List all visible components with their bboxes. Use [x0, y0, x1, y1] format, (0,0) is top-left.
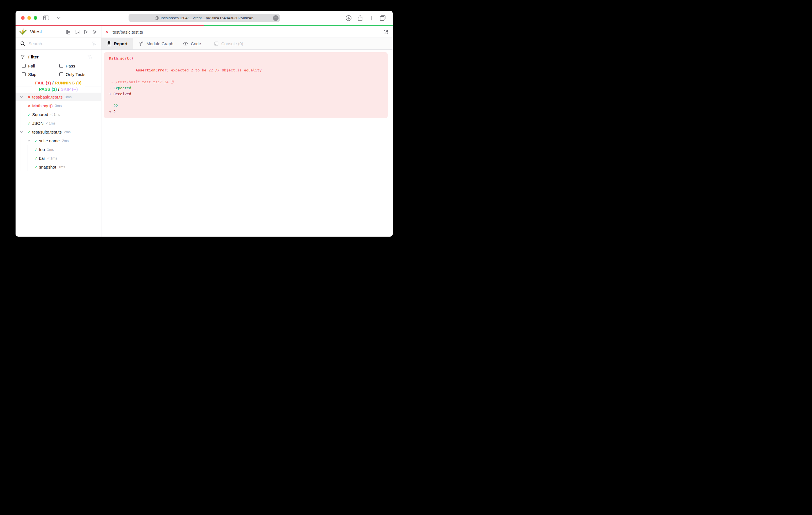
only-tests-checkbox[interactable]: [59, 72, 63, 76]
sidebar-toggle-icon[interactable]: [43, 16, 49, 20]
clear-filter-icon[interactable]: [87, 55, 97, 59]
tree-row-math-sqrt[interactable]: ✕ Math.sqrt() 3ms: [16, 101, 101, 110]
filter-option-only-tests[interactable]: Only Tests: [59, 70, 101, 79]
external-link-icon[interactable]: [170, 80, 174, 84]
skip-checkbox-label: Skip: [28, 72, 36, 77]
test-tree: ✕ test/basic.test.ts 3ms ✕ Math.sqrt() 3…: [16, 93, 101, 171]
downloads-button[interactable]: [346, 15, 352, 21]
diff-received-label: + Received: [109, 91, 382, 97]
clear-search-filter-icon[interactable]: [92, 41, 97, 46]
view-tabs: Report Module Graph Code: [102, 38, 393, 50]
module-graph-icon: [139, 41, 144, 46]
browser-window: localhost:51204/__vitest__/#/?file=16484…: [16, 11, 393, 237]
tree-row-basic-test-file[interactable]: ✕ test/basic.test.ts 3ms: [16, 93, 101, 101]
collapse-tree-button[interactable]: [66, 29, 71, 34]
close-window-button[interactable]: [21, 16, 25, 20]
duration-badge: 3ms: [55, 104, 62, 108]
filter-option-pass[interactable]: Pass: [59, 62, 101, 70]
console-icon: [214, 41, 219, 46]
main-pane: ✕ test/basic.test.ts Report: [102, 26, 393, 237]
tab-group-chevron-icon[interactable]: [57, 17, 60, 19]
duration-badge: < 1ms: [46, 121, 55, 125]
traffic-lights: [21, 16, 37, 20]
fail-x-icon: ✕: [27, 103, 31, 108]
filter-title: Filter: [28, 55, 39, 59]
globe-icon: [155, 16, 159, 20]
summary-fail-count: FAIL (1): [35, 81, 51, 85]
fail-x-icon: ✕: [27, 95, 31, 99]
duration-badge: < 1ms: [48, 156, 57, 160]
pass-checkbox-label: Pass: [66, 63, 75, 68]
fail-checkbox[interactable]: [22, 64, 26, 68]
filter-funnel-icon: [20, 55, 25, 59]
chevron-down-icon[interactable]: [19, 96, 24, 98]
tree-row-json[interactable]: ✓ JSON < 1ms: [16, 119, 101, 128]
indent-guide: [21, 119, 21, 128]
duration-badge: < 1ms: [51, 113, 60, 117]
run-all-button[interactable]: [83, 29, 88, 34]
test-run-summary: FAIL (1) / RUNNING (0) PASS (1) / SKIP (…: [16, 80, 101, 92]
filter-option-fail[interactable]: Fail: [22, 62, 59, 70]
fail-checkbox-label: Fail: [28, 63, 35, 68]
summary-pass-count: PASS (1): [39, 87, 57, 91]
indent-guide: [27, 154, 27, 163]
search-input[interactable]: [29, 41, 92, 46]
url-text: localhost:51204/__vitest__/#/?file=16484…: [161, 16, 254, 20]
chevron-down-icon[interactable]: [19, 131, 24, 133]
zoom-window-button[interactable]: [34, 16, 37, 20]
pass-check-icon: ✓: [27, 112, 31, 117]
diff-received-value: + 2: [109, 109, 382, 115]
minimize-window-button[interactable]: [27, 16, 31, 20]
tab-console: Console (0): [209, 38, 248, 50]
tree-row-suite-test-file[interactable]: ✓ test/suite.test.ts 2ms: [16, 128, 101, 137]
indent-guide: [27, 163, 27, 171]
summary-skip-count: SKIP (--): [61, 87, 78, 91]
diff-expected-value: - 22: [109, 103, 382, 109]
indent-guide: [21, 101, 21, 110]
sidebar: Vitest: [16, 26, 102, 237]
indent-guide: [21, 163, 21, 171]
open-file-path: test/basic.test.ts: [113, 30, 143, 34]
duration-badge: 2ms: [64, 130, 70, 134]
share-button[interactable]: [357, 15, 363, 21]
tree-row-squared[interactable]: ✓ Squared < 1ms: [16, 110, 101, 119]
indent-guide: [21, 154, 21, 163]
page-settings-button[interactable]: [273, 15, 279, 21]
search-icon: [20, 41, 25, 46]
indent-guide: [21, 137, 21, 145]
browser-toolbar: localhost:51204/__vitest__/#/?file=16484…: [16, 11, 393, 25]
tab-code[interactable]: Code: [178, 38, 206, 50]
skip-checkbox[interactable]: [22, 72, 26, 76]
error-report-panel: Math.sqrt() AssertionError: expected 2 t…: [104, 52, 388, 118]
tree-row-suite-name[interactable]: ✓ suite name 2ms: [16, 137, 101, 145]
filter-options: Fail Pass Skip Only Tests: [16, 62, 101, 79]
duration-badge: 1ms: [47, 148, 54, 152]
pass-checkbox[interactable]: [59, 64, 63, 68]
open-in-editor-icon[interactable]: [383, 29, 388, 35]
stack-frame-link[interactable]: - /test/basic.test.ts:7:24: [111, 79, 169, 85]
pass-check-icon: ✓: [27, 121, 31, 126]
pass-check-icon: ✓: [34, 147, 38, 152]
error-name: AssertionError:: [136, 68, 169, 72]
pass-check-icon: ✓: [34, 156, 38, 161]
diff-expected-label: - Expected: [109, 85, 382, 91]
error-message: expected 2 to be 22 // Object.is equalit…: [169, 68, 262, 72]
address-bar[interactable]: localhost:51204/__vitest__/#/?file=16484…: [128, 14, 280, 22]
tree-row-foo[interactable]: ✓ foo 1ms: [16, 145, 101, 154]
tab-module-graph[interactable]: Module Graph: [134, 38, 178, 50]
indent-guide: [21, 145, 21, 154]
report-clipboard-icon: [107, 41, 111, 46]
tab-overview-button[interactable]: [380, 15, 386, 21]
tree-row-bar[interactable]: ✓ bar < 1ms: [16, 154, 101, 163]
dashboard-button[interactable]: [75, 29, 80, 34]
chevron-down-icon[interactable]: [27, 140, 31, 142]
filter-option-skip[interactable]: Skip: [22, 70, 59, 79]
pass-check-icon: ✓: [27, 130, 31, 134]
tab-report[interactable]: Report: [102, 38, 133, 50]
new-tab-button[interactable]: [369, 15, 374, 21]
app-title: Vitest: [30, 29, 42, 35]
theme-toggle-button[interactable]: [92, 29, 97, 34]
tree-row-snapshot[interactable]: ✓ snapshot 1ms: [16, 163, 101, 171]
duration-badge: 2ms: [62, 139, 69, 143]
close-file-icon[interactable]: ✕: [105, 29, 109, 34]
